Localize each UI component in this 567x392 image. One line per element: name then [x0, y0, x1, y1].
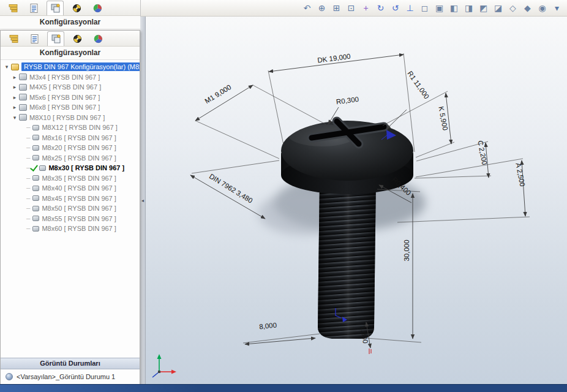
- manager-tabs-docked: [0, 0, 140, 16]
- view-toolbar-icons: ↶⊕⊞⊡+↻↺⊥◻▣◧◨◩◪◇◆◉▾: [301, 2, 563, 15]
- feature-panel-docked: Konfigürasyonlar: [0, 0, 141, 30]
- config-item[interactable]: ▸M3x4 [ RYSB DIN 967 ]: [1, 72, 140, 83]
- tree-connector: ─: [26, 185, 30, 191]
- config-label: M8X12 [ RYSB DIN 967 ]: [42, 124, 117, 131]
- property-manager-tab[interactable]: [26, 32, 42, 46]
- config-item[interactable]: ─M8x25 [ RYSB DIN 967 ]: [1, 153, 140, 164]
- screw-shank: [318, 180, 376, 339]
- feature-manager-tab[interactable]: [6, 32, 21, 46]
- config-item[interactable]: ▸M4X5 [ RYSB DIN 967 ]: [1, 82, 140, 92]
- property-manager-tab[interactable]: [26, 1, 42, 15]
- config-label: M8x40 [ RYSB DIN 967 ]: [42, 184, 116, 192]
- config-item[interactable]: ─M8x16 [ RYSB DIN 967 ]: [1, 133, 140, 143]
- display-manager-tab[interactable]: [90, 32, 106, 46]
- configuration-icon: [32, 145, 39, 151]
- config-label: M4X5 [ RYSB DIN 967 ]: [29, 83, 101, 91]
- dimension-length-30-text: 30,000: [403, 239, 410, 261]
- active-config-check-icon: [30, 163, 38, 172]
- view-settings-icon[interactable]: ▾: [550, 2, 563, 15]
- dimension-diameter-8[interactable]: 8,000: [243, 322, 320, 344]
- rotate-view-icon[interactable]: ↻: [374, 2, 387, 15]
- config-label: M8x45 [ RYSB DIN 967 ]: [42, 195, 116, 202]
- expander-icon[interactable]: ▸: [11, 84, 18, 90]
- dimension-r0300-text: R0,300: [336, 96, 359, 105]
- configuration-icon: [19, 104, 27, 111]
- config-label: M8x30 [ RYSB DIN 967 ]: [48, 164, 124, 172]
- pan-icon[interactable]: +: [359, 2, 372, 15]
- red-annotation: [369, 349, 371, 354]
- dimension-diameter-8-text: 8,000: [259, 322, 277, 331]
- orientation-triad: [152, 354, 176, 377]
- tree-connector: ─: [26, 175, 30, 181]
- tree-connector: ─: [26, 195, 30, 202]
- tree-connector: ─: [26, 216, 30, 222]
- config-item[interactable]: ─M8x55 [ RYSB DIN 967 ]: [1, 214, 140, 224]
- dimension-m1-text: M1 9,000: [203, 83, 232, 105]
- config-item[interactable]: ─M8x60 [ RYSB DIN 967 ]: [1, 224, 140, 234]
- config-label: M8x60 [ RYSB DIN 967 ]: [42, 225, 116, 232]
- right-view-icon[interactable]: ◨: [462, 2, 475, 15]
- display-manager-tab[interactable]: [89, 1, 105, 15]
- zoom-in-out-icon[interactable]: ⊕: [315, 2, 328, 15]
- expander-icon[interactable]: ▾: [11, 115, 18, 121]
- config-item[interactable]: ─M8x50 [ RYSB DIN 967 ]: [1, 203, 140, 214]
- top-view-icon[interactable]: ◩: [477, 2, 490, 15]
- config-item[interactable]: ─M8X12 [ RYSB DIN 967 ]: [1, 123, 140, 133]
- front-view-icon[interactable]: ◻: [418, 2, 431, 15]
- dimxpert-manager-tab[interactable]: [69, 1, 84, 15]
- config-item[interactable]: ▸M6x8 [ RYSB DIN 967 ]: [1, 102, 140, 113]
- normal-to-icon[interactable]: ⊥: [404, 2, 416, 15]
- zoom-to-area-icon[interactable]: ⊞: [330, 2, 343, 15]
- panel-splitter[interactable]: ◂: [140, 17, 146, 385]
- isometric-view-icon[interactable]: ◇: [506, 2, 519, 15]
- configuration-icon: [39, 165, 46, 171]
- configuration-icon: [19, 94, 27, 100]
- config-label: M5x6 [ RYSB DIN 967 ]: [29, 94, 100, 101]
- dimension-a-text: A 2,500: [514, 162, 526, 187]
- configuration-icon: [32, 186, 39, 191]
- configuration-icon: [19, 114, 27, 121]
- configuration-icon: [32, 226, 39, 232]
- expander-icon[interactable]: ▸: [11, 74, 18, 80]
- left-view-icon[interactable]: ◧: [448, 2, 460, 15]
- configuration-icon: [19, 74, 27, 80]
- config-item[interactable]: ▸M5x6 [ RYSB DIN 967 ]: [1, 92, 140, 103]
- graphics-viewport[interactable]: DK 19,000 M1 9,000 R0,300 R1 11,000: [145, 17, 567, 385]
- configuration-icon: [19, 84, 27, 91]
- display-state-label: <Varsayılan>_Görüntü Durumu 1: [17, 373, 115, 380]
- config-item[interactable]: ─M8x35 [ RYSB DIN 967 ]: [1, 173, 140, 184]
- dimetric-view-icon[interactable]: ◆: [521, 2, 534, 15]
- zoom-previous-icon[interactable]: ↶: [301, 2, 314, 15]
- config-label: M8x35 [ RYSB DIN 967 ]: [42, 175, 116, 182]
- expander-icon[interactable]: ▸: [11, 104, 18, 110]
- dimension-r1-text: R1 11,000: [406, 70, 430, 100]
- zoom-to-fit-icon[interactable]: ⊡: [345, 2, 358, 15]
- configuration-manager-tab[interactable]: [47, 1, 64, 15]
- dimension-c[interactable]: C 2,200: [415, 140, 491, 178]
- config-label: M8x50 [ RYSB DIN 967 ]: [42, 205, 116, 212]
- display-state-item[interactable]: <Varsayılan>_Görüntü Durumu 1: [1, 373, 140, 380]
- configuration-icon: [32, 155, 39, 160]
- back-view-icon[interactable]: ▣: [433, 2, 446, 15]
- collapse-panel-icon[interactable]: ◂: [141, 198, 144, 203]
- bottom-view-icon[interactable]: ◪: [492, 2, 505, 15]
- display-states-list: <Varsayılan>_Görüntü Durumu 1: [1, 369, 140, 384]
- expander-icon[interactable]: ▸: [11, 94, 18, 100]
- configuration-manager-tab[interactable]: [47, 31, 64, 46]
- config-item[interactable]: ▾M8X10 [ RYSB DIN 967 ]: [1, 113, 140, 123]
- expander-icon[interactable]: ▾: [3, 64, 10, 70]
- roll-view-icon[interactable]: ↺: [389, 2, 402, 15]
- config-item[interactable]: ─M8x20 [ RYSB DIN 967 ]: [1, 143, 140, 153]
- display-states-header: Görüntü Durumları: [1, 358, 140, 369]
- config-item[interactable]: ─M8x45 [ RYSB DIN 967 ]: [1, 194, 140, 204]
- configuration-icon: [32, 206, 39, 211]
- tree-connector: ─: [26, 145, 30, 151]
- tree-connector: ─: [26, 124, 30, 130]
- config-label: M8X10 [ RYSB DIN 967 ]: [29, 114, 105, 121]
- config-item[interactable]: ─M8x40 [ RYSB DIN 967 ]: [1, 183, 140, 194]
- config-item-active[interactable]: ─M8x30 [ RYSB DIN 967 ]: [1, 163, 140, 173]
- config-root-item[interactable]: ▾RYSB DIN 967 Konfigürasyon(lar) (M8x30): [1, 62, 140, 72]
- feature-manager-tab[interactable]: [5, 1, 21, 15]
- shaded-view-icon[interactable]: ◉: [536, 2, 549, 15]
- dimxpert-manager-tab[interactable]: [69, 32, 85, 46]
